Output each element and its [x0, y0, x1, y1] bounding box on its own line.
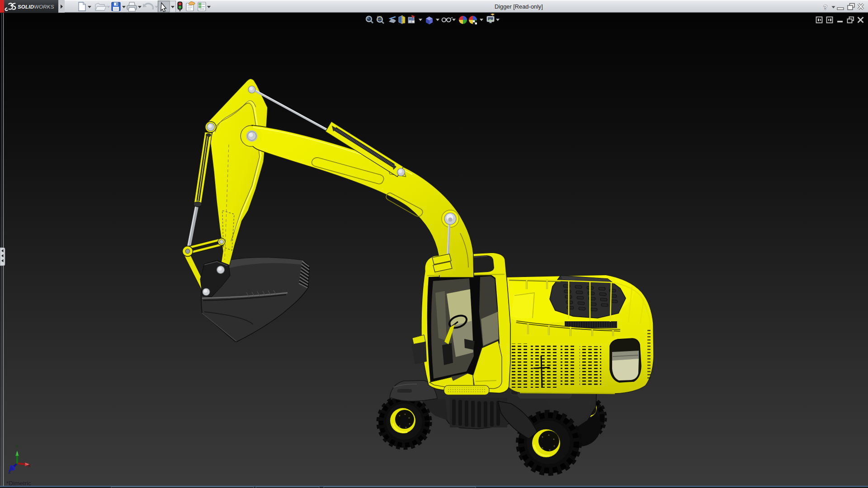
svg-text:X: X — [28, 463, 31, 468]
svg-text:?: ? — [823, 3, 827, 11]
svg-text:SOLIDWORKS: SOLIDWORKS — [18, 4, 54, 9]
svg-text:*Dimetric: *Dimetric — [6, 480, 31, 487]
svg-text:Digger [Read-only]: Digger [Read-only] — [495, 3, 543, 10]
svg-text:Z: Z — [8, 469, 11, 474]
svg-text:Y: Y — [16, 444, 19, 449]
